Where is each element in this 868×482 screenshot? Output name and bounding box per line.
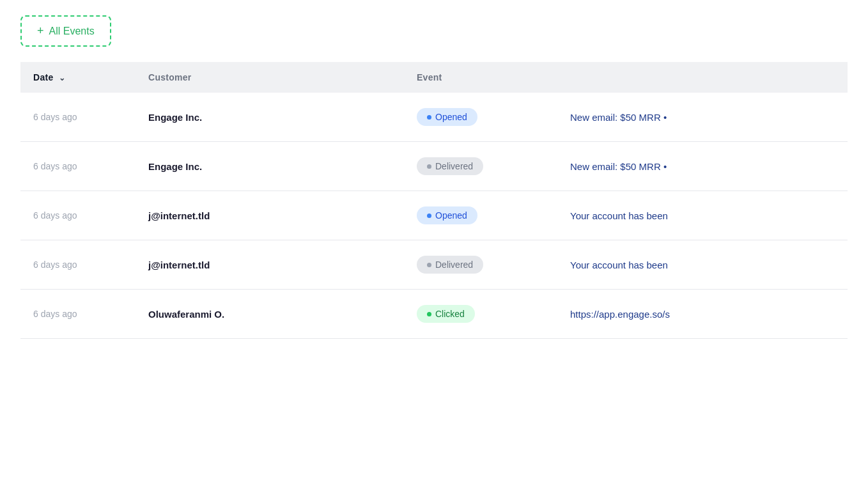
page-container: + All Events Date ⌄ Customer Event [0,0,868,482]
event-label: Opened [435,112,467,122]
event-badge: Delivered [417,157,483,175]
customer-cell: Engage Inc. [136,93,404,142]
event-label: Delivered [435,260,473,270]
event-badge: Clicked [417,305,475,323]
date-column-header[interactable]: Date ⌄ [20,62,136,93]
badge-dot-icon [427,312,431,316]
message-cell: https://app.engage.so/s [557,290,848,339]
toolbar: + All Events [20,15,848,47]
all-events-button[interactable]: + All Events [20,15,111,47]
table-row[interactable]: 6 days ago j@internet.tld Delivered Your… [20,240,848,290]
table-row[interactable]: 6 days ago Engage Inc. Delivered New ema… [20,142,848,191]
event-label: Opened [435,210,467,221]
event-cell: Delivered [404,142,557,191]
message-cell: Your account has been [557,191,848,240]
date-cell: 6 days ago [20,240,136,290]
event-cell: Delivered [404,240,557,290]
customer-cell: j@internet.tld [136,191,404,240]
date-cell: 6 days ago [20,290,136,339]
event-badge: Opened [417,206,477,224]
badge-dot-icon [427,164,431,169]
date-cell: 6 days ago [20,191,136,240]
badge-dot-icon [427,214,431,218]
message-column-header [557,62,848,93]
event-label: Clicked [435,309,465,319]
plus-icon: + [37,24,44,38]
date-cell: 6 days ago [20,93,136,142]
customer-column-header: Customer [136,62,404,93]
message-cell: New email: $50 MRR • [557,93,848,142]
event-cell: Clicked [404,290,557,339]
customer-cell: Oluwaferanmi O. [136,290,404,339]
customer-cell: Engage Inc. [136,142,404,191]
message-cell: Your account has been [557,240,848,290]
table-header: Date ⌄ Customer Event [20,62,848,93]
table-row[interactable]: 6 days ago Oluwaferanmi O. Clicked https… [20,290,848,339]
message-cell: New email: $50 MRR • [557,142,848,191]
event-label: Delivered [435,161,473,171]
badge-dot-icon [427,263,431,267]
table-row[interactable]: 6 days ago Engage Inc. Opened New email:… [20,93,848,142]
event-badge: Delivered [417,256,483,274]
customer-cell: j@internet.tld [136,240,404,290]
sort-chevron-icon: ⌄ [59,74,65,82]
event-column-header: Event [404,62,557,93]
events-table: Date ⌄ Customer Event 6 days ago Engage … [20,62,848,339]
table-row[interactable]: 6 days ago j@internet.tld Opened Your ac… [20,191,848,240]
all-events-label: All Events [49,26,95,37]
badge-dot-icon [427,115,431,120]
table-body: 6 days ago Engage Inc. Opened New email:… [20,93,848,339]
event-cell: Opened [404,191,557,240]
event-badge: Opened [417,108,477,126]
event-cell: Opened [404,93,557,142]
date-cell: 6 days ago [20,142,136,191]
